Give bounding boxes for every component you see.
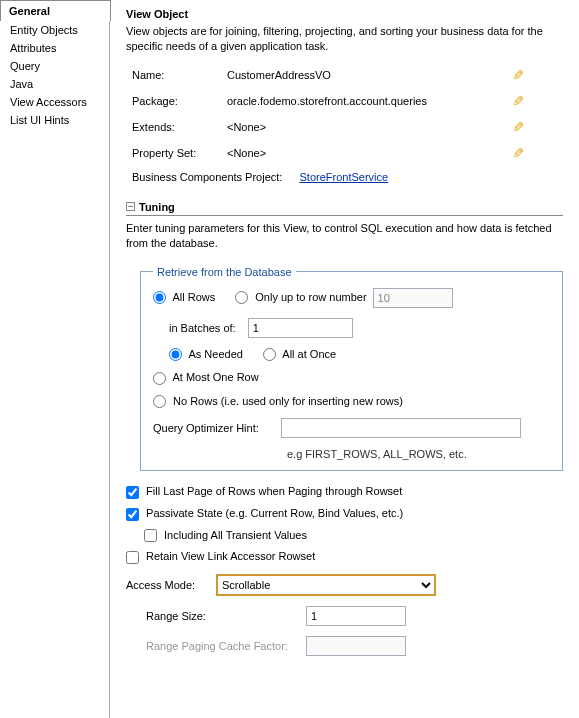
sidebar: General Entity Objects Attributes Query … xyxy=(0,0,110,718)
page-title: View Object xyxy=(126,8,563,20)
sidebar-item-query[interactable]: Query xyxy=(0,57,109,75)
as-needed-radio[interactable] xyxy=(169,348,182,361)
sidebar-item-list-ui-hints[interactable]: List UI Hints xyxy=(0,111,109,129)
main-panel: View Object View objects are for joining… xyxy=(110,0,579,718)
retain-view-link-checkbox[interactable] xyxy=(126,551,139,564)
all-rows-text: All Rows xyxy=(172,291,215,303)
access-mode-label: Access Mode: xyxy=(126,579,216,591)
no-rows-radio[interactable] xyxy=(153,395,166,408)
bc-project-link[interactable]: StoreFrontService xyxy=(299,171,388,183)
sidebar-tab-general[interactable]: General xyxy=(0,0,111,21)
page-description: View objects are for joining, filtering,… xyxy=(126,24,563,55)
only-up-to-radio[interactable] xyxy=(235,291,248,304)
including-transient-label[interactable]: Including All Transient Values xyxy=(144,529,307,541)
in-batches-input[interactable] xyxy=(248,318,353,338)
range-paging-label: Range Paging Cache Factor: xyxy=(146,640,306,652)
fill-last-page-checkbox[interactable] xyxy=(126,486,139,499)
no-rows-text: No Rows (i.e. used only for inserting ne… xyxy=(173,395,403,407)
extends-label: Extends: xyxy=(132,121,227,133)
range-size-input[interactable] xyxy=(306,606,406,626)
sidebar-item-view-accessors[interactable]: View Accessors xyxy=(0,93,109,111)
edit-propertyset-icon[interactable]: ✎ xyxy=(510,147,526,159)
retain-view-link-text: Retain View Link Accessor Rowset xyxy=(146,550,315,562)
including-transient-text: Including All Transient Values xyxy=(164,529,307,541)
all-rows-radio[interactable] xyxy=(153,291,166,304)
propertyset-label: Property Set: xyxy=(132,147,227,159)
retrieve-legend: Retrieve from the Database xyxy=(153,266,296,278)
retain-view-link-label[interactable]: Retain View Link Accessor Rowset xyxy=(126,550,315,562)
range-size-label: Range Size: xyxy=(146,610,306,622)
no-rows-radio-label[interactable]: No Rows (i.e. used only for inserting ne… xyxy=(153,395,403,409)
retrieve-fieldset: Retrieve from the Database All Rows Only… xyxy=(140,266,563,472)
optimizer-hint-sub: e.g FIRST_ROWS, ALL_ROWS, etc. xyxy=(287,448,550,460)
all-at-once-text: All at Once xyxy=(282,348,336,360)
collapse-tuning-icon[interactable]: − xyxy=(126,202,135,211)
passivate-checkbox[interactable] xyxy=(126,508,139,521)
extends-value: <None> xyxy=(227,121,457,133)
all-at-once-radio-label[interactable]: All at Once xyxy=(263,348,336,362)
propertyset-value: <None> xyxy=(227,147,457,159)
name-label: Name: xyxy=(132,69,227,81)
all-at-once-radio[interactable] xyxy=(263,348,276,361)
passivate-text: Passivate State (e.g. Current Row, Bind … xyxy=(146,507,403,519)
in-batches-label: in Batches of: xyxy=(169,322,236,334)
at-most-one-radio[interactable] xyxy=(153,372,166,385)
package-label: Package: xyxy=(132,95,227,107)
all-rows-radio-label[interactable]: All Rows xyxy=(153,291,215,305)
as-needed-text: As Needed xyxy=(188,348,242,360)
fill-last-page-text: Fill Last Page of Rows when Paging throu… xyxy=(146,485,402,497)
package-value: oracle.fodemo.storefront.account.queries xyxy=(227,95,457,107)
sidebar-item-entity-objects[interactable]: Entity Objects xyxy=(0,21,109,39)
only-up-to-radio-label[interactable]: Only up to row number xyxy=(235,291,366,305)
range-paging-input[interactable] xyxy=(306,636,406,656)
only-up-to-input[interactable] xyxy=(373,288,453,308)
tuning-title: Tuning xyxy=(139,201,175,213)
fill-last-page-label[interactable]: Fill Last Page of Rows when Paging throu… xyxy=(126,485,402,497)
at-most-one-text: At Most One Row xyxy=(172,371,258,383)
edit-name-icon[interactable]: ✎ xyxy=(510,69,526,81)
optimizer-hint-label: Query Optimizer Hint: xyxy=(153,422,275,434)
at-most-one-radio-label[interactable]: At Most One Row xyxy=(153,371,259,385)
optimizer-hint-input[interactable] xyxy=(281,418,521,438)
sidebar-item-java[interactable]: Java xyxy=(0,75,109,93)
as-needed-radio-label[interactable]: As Needed xyxy=(169,348,243,362)
passivate-label[interactable]: Passivate State (e.g. Current Row, Bind … xyxy=(126,507,403,519)
only-up-to-text: Only up to row number xyxy=(255,291,366,303)
sidebar-item-attributes[interactable]: Attributes xyxy=(0,39,109,57)
edit-extends-icon[interactable]: ✎ xyxy=(510,121,526,133)
name-value: CustomerAddressVO xyxy=(227,69,457,81)
bc-project-label: Business Components Project: xyxy=(132,171,282,183)
access-mode-select[interactable]: Scrollable xyxy=(216,574,436,596)
including-transient-checkbox[interactable] xyxy=(144,529,157,542)
edit-package-icon[interactable]: ✎ xyxy=(510,95,526,107)
tuning-description: Enter tuning parameters for this View, t… xyxy=(126,221,563,252)
